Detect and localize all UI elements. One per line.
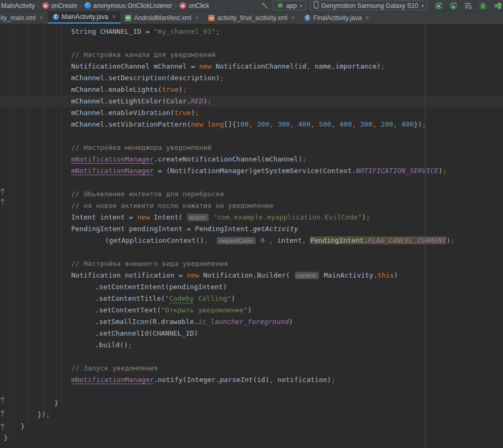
breadcrumb-item[interactable]: monCreate: [42, 2, 77, 9]
code-line[interactable]: mNotificationManager = (NotificationMana…: [0, 165, 503, 177]
code-line[interactable]: PendingIntent pendingIntent = PendingInt…: [0, 223, 503, 235]
code-line[interactable]: // Настройка внешнего вида уведомления: [0, 258, 503, 270]
code-line[interactable]: (getApplicationContext(), requestCode: 0…: [0, 235, 503, 246]
code-line[interactable]: .setChannelId(CHANNEL_ID): [0, 328, 503, 339]
code-line[interactable]: String CHANNEL_ID = "my_channel_01";: [0, 26, 503, 37]
code-line[interactable]: .setSmallIcon(R.drawable.ic_launcher_for…: [0, 316, 503, 328]
code-line[interactable]: .setContentIntent(pendingIntent): [0, 281, 503, 293]
code-line[interactable]: [0, 246, 503, 258]
code-token: NotificationChannel mChannel =: [71, 62, 199, 70]
code-line[interactable]: Intent intent = new Intent( action: "com…: [0, 212, 503, 223]
code-token: NotificationChannel(id: [211, 62, 306, 70]
code-line[interactable]: });: [0, 409, 503, 421]
code-line[interactable]: .setContentTitle("Codeby Calling"): [0, 293, 503, 304]
apply-code-changes-icon[interactable]: A: [449, 1, 458, 10]
code-token: importance): [335, 62, 381, 70]
breadcrumb-item[interactable]: anonymous OnClickListener: [84, 2, 172, 9]
code-token: mChannel.setDescription(description): [71, 74, 220, 82]
code-token: RED: [191, 97, 203, 105]
breadcrumb-item[interactable]: MainActivity: [1, 2, 35, 9]
tab-AndroidManifest.xml[interactable]: MFAndroidManifest.xml×: [120, 12, 204, 24]
tab-label: ity_main.xml: [1, 14, 36, 22]
code-line[interactable]: }: [0, 397, 503, 409]
code-line[interactable]: NotificationChannel mChannel = new Notif…: [0, 61, 503, 72]
code-line[interactable]: }: [0, 421, 503, 432]
code-token: true: [162, 85, 178, 93]
fold-marker[interactable]: [0, 396, 5, 404]
code-token: ;: [442, 167, 447, 175]
tab-label: FinalActtivity.java: [313, 14, 362, 22]
code-line[interactable]: mChannel.setDescription(description);: [0, 72, 503, 84]
code-token: 200: [257, 120, 269, 128]
code-token: ;: [46, 411, 50, 418]
apply-changes-icon[interactable]: [434, 1, 443, 10]
code-line[interactable]: mChannel.enableLights(true);: [0, 84, 503, 96]
code-token: intent: [273, 236, 302, 244]
code-line[interactable]: // Обьявление интентов для переброски: [0, 188, 503, 200]
fold-marker[interactable]: [0, 188, 5, 195]
code-line[interactable]: // Настройка канала для уведомлений: [0, 49, 503, 61]
code-line[interactable]: mNotificationManager.createNotificationC…: [0, 154, 503, 165]
code-line[interactable]: // Настройка менеджера уведомлений: [0, 142, 503, 154]
toolbar-tools: app ▾ Genymotion Samsung Galaxy S10 ▾: [260, 1, 503, 11]
android-icon: [277, 2, 284, 9]
code-token: [335, 120, 340, 128]
run-config-select[interactable]: app ▾: [273, 1, 306, 11]
code-token: new: [187, 271, 199, 279]
fold-marker[interactable]: [0, 423, 5, 430]
code-token: 400: [298, 120, 311, 128]
code-line[interactable]: mChannel.setVibrationPattern(new long[]{…: [0, 119, 503, 130]
code-line[interactable]: [0, 386, 503, 397]
code-token: 400: [340, 120, 352, 128]
attach-debugger-icon[interactable]: [493, 1, 502, 10]
tab-FinalActtivity.java[interactable]: CFinalActtivity.java×: [299, 12, 374, 24]
tab-close-icon[interactable]: ×: [40, 14, 43, 22]
breadcrumb-label: onClick: [188, 2, 209, 9]
tab-activity_final_acttivity.xml[interactable]: xmactivity_final_acttivity.xml×: [204, 12, 299, 24]
chevron-down-icon: ▾: [300, 3, 303, 8]
manifest-icon: MF: [125, 15, 131, 21]
tab-MainActivity.java[interactable]: CMainActivity.java×: [48, 12, 121, 24]
code-line[interactable]: [0, 351, 503, 363]
code-line[interactable]: .build();: [0, 339, 503, 351]
code-token: .setContentText(: [95, 306, 161, 314]
code-line[interactable]: [0, 37, 503, 49]
code-line[interactable]: // на новое активити после нажатия на ув…: [0, 200, 503, 212]
tab-close-icon[interactable]: ×: [365, 14, 369, 22]
run-config-label: app: [286, 2, 297, 9]
code-token: ;: [450, 236, 454, 244]
code-token: .setSmallIcon(R.drawable.: [95, 318, 198, 326]
code-token: mNotificationManager: [71, 167, 154, 175]
code-token: Notification.Builder(: [199, 271, 294, 279]
code-token: mChannel.setLightColor(Color.: [71, 97, 191, 105]
fold-marker[interactable]: [0, 409, 5, 417]
code-line[interactable]: mNotificationManager.notify(Integer.pars…: [0, 374, 503, 386]
code-token: }): [414, 120, 422, 128]
debug-icon[interactable]: [478, 1, 487, 10]
hammer-icon[interactable]: [260, 1, 269, 10]
code-token: ): [191, 109, 195, 117]
code-line[interactable]: }: [0, 432, 503, 444]
code-line[interactable]: // Запуск уведомления: [0, 363, 503, 374]
code-editor[interactable]: String CHANNEL_ID = "my_channel_01";// Н…: [0, 24, 503, 448]
tab-close-icon[interactable]: ×: [112, 13, 115, 21]
code-token: ,: [290, 120, 294, 128]
fold-marker[interactable]: [0, 198, 5, 205]
profiler-icon[interactable]: [463, 1, 472, 10]
device-select[interactable]: Genymotion Samsung Galaxy S10 ▾: [310, 1, 428, 11]
code-line[interactable]: Notification notification = new Notifica…: [0, 270, 503, 281]
breadcrumb-item[interactable]: monClick: [179, 2, 209, 9]
code-line[interactable]: .setContentText("Открыть уведомление"): [0, 304, 503, 316]
code-token: [306, 236, 310, 244]
code-line[interactable]: mChannel.enableVibration(true);: [0, 107, 503, 119]
method-icon: m: [179, 2, 186, 9]
code-line[interactable]: mChannel.setLightColor(Color.RED);: [0, 96, 503, 107]
xml-layout-icon: xm: [208, 15, 215, 21]
code-token: (getApplicationContext(): [105, 236, 204, 244]
tab-close-icon[interactable]: ×: [291, 14, 295, 22]
tab-close-icon[interactable]: ×: [195, 14, 199, 22]
code-token: ": [165, 294, 169, 302]
code-line[interactable]: [0, 130, 503, 142]
code-line[interactable]: [0, 177, 503, 188]
tab-ity_main.xml[interactable]: ity_main.xml×: [0, 12, 48, 24]
